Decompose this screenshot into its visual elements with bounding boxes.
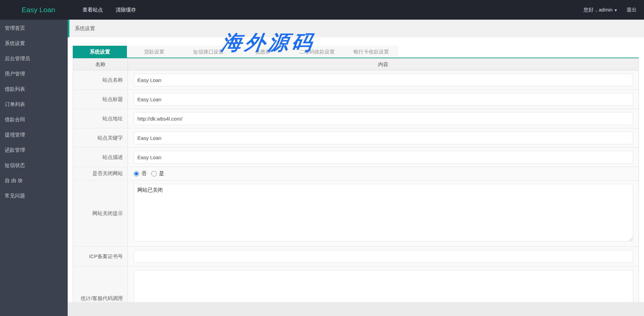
main-content: 系统设置 系统设置贷款设置短信接口设置优惠券二维码收款设置银行卡收款设置 名称 … <box>68 20 644 316</box>
sidebar-item-12[interactable]: 常见问题 <box>0 188 68 203</box>
settings-tabs: 系统设置贷款设置短信接口设置优惠券二维码收款设置银行卡收款设置 <box>73 46 398 58</box>
sidebar-item-11[interactable]: 自 由 块 <box>0 173 68 188</box>
row-label: ICP备案证书号 <box>73 247 128 266</box>
topmenu-item-1[interactable]: 查看站点 <box>83 0 103 20</box>
sidebar-item-7[interactable]: 借款合同 <box>0 112 68 127</box>
text-input[interactable] <box>134 250 633 263</box>
row-label: 站点描述 <box>73 148 128 167</box>
column-header-content: 内容 <box>128 58 639 70</box>
table-row: 网站关闭提示 <box>73 181 639 247</box>
logout-button[interactable]: 退出 <box>626 7 637 13</box>
sidebar-item-9[interactable]: 还款管理 <box>0 142 68 157</box>
topmenu-item-2[interactable]: 清除缓存 <box>116 0 136 20</box>
text-input[interactable] <box>134 131 633 144</box>
table-row: 站点关键字 <box>73 128 639 148</box>
user-dropdown[interactable]: 您好，admin▼ <box>583 7 618 13</box>
breadcrumb-title: 系统设置 <box>75 20 95 37</box>
table-row: 站点名称 <box>73 70 639 90</box>
settings-table: 名称 内容 站点名称站点标题站点地址站点关键字站点描述是否关闭网站否是网站关闭提… <box>73 58 639 316</box>
top-navbar: Easy Loan 查看站点清除缓存 您好，admin▼ 退出 <box>0 0 644 20</box>
row-label: 站点标题 <box>73 90 128 109</box>
top-menu: 查看站点清除缓存 <box>83 0 136 20</box>
user-greeting: 您好，admin <box>583 7 613 13</box>
textarea-wrap <box>134 184 633 241</box>
row-content-cell: 否是 <box>128 167 639 180</box>
row-content-cell <box>128 90 639 109</box>
tab-2[interactable]: 贷款设置 <box>127 46 181 58</box>
table-row: ICP备案证书号 <box>73 247 639 267</box>
row-label: 站点地址 <box>73 109 128 128</box>
radio-option-否[interactable] <box>134 171 139 176</box>
text-input[interactable] <box>134 93 633 106</box>
row-content-cell <box>128 181 639 246</box>
radio-option-是[interactable] <box>151 171 157 176</box>
sidebar-item-2[interactable]: 系统设置 <box>0 36 68 51</box>
row-content-cell <box>128 128 639 147</box>
sidebar-item-3[interactable]: 后台管理员 <box>0 51 68 66</box>
chevron-down-icon: ▼ <box>614 8 618 12</box>
admin-app: Easy Loan 查看站点清除缓存 您好，admin▼ 退出 管理首页系统设置… <box>0 0 644 316</box>
sidebar-item-10[interactable]: 短信状态 <box>0 157 68 173</box>
tab-5[interactable]: 二维码收款设置 <box>290 46 344 58</box>
table-body: 站点名称站点标题站点地址站点关键字站点描述是否关闭网站否是网站关闭提示ICP备案… <box>73 70 639 316</box>
table-row: 站点标题 <box>73 90 639 109</box>
sidebar-item-4[interactable]: 用户管理 <box>0 66 68 81</box>
tab-1[interactable]: 系统设置 <box>73 46 127 58</box>
text-input[interactable] <box>134 151 633 164</box>
row-content-cell <box>128 109 639 128</box>
table-row: 是否关闭网站否是 <box>73 167 639 181</box>
tab-4[interactable]: 优惠券 <box>236 46 290 58</box>
breadcrumb: 系统设置 <box>68 20 644 37</box>
sidebar-menu: 管理首页系统设置后台管理员用户管理借款列表订单列表借款合同提现管理还款管理短信状… <box>0 20 68 203</box>
radio-label: 否 <box>141 170 147 177</box>
top-right-area: 您好，admin▼ 退出 <box>583 0 637 20</box>
close-site-radio-group: 否是 <box>134 170 168 177</box>
resize-grip-icon[interactable] <box>629 237 632 241</box>
radio-label: 是 <box>159 170 164 177</box>
bottom-gray-strip <box>68 302 644 316</box>
row-content-cell <box>128 148 639 167</box>
row-content-cell <box>128 70 639 89</box>
sidebar: 管理首页系统设置后台管理员用户管理借款列表订单列表借款合同提现管理还款管理短信状… <box>0 20 68 316</box>
column-header-name: 名称 <box>73 58 128 70</box>
text-input[interactable] <box>134 73 633 86</box>
table-row: 站点地址 <box>73 109 639 128</box>
tab-6[interactable]: 银行卡收款设置 <box>344 46 398 58</box>
tab-3[interactable]: 短信接口设置 <box>181 46 236 58</box>
sidebar-item-1[interactable]: 管理首页 <box>0 20 68 36</box>
row-label: 站点关键字 <box>73 128 128 147</box>
sidebar-item-8[interactable]: 提现管理 <box>0 127 68 142</box>
sidebar-item-6[interactable]: 订单列表 <box>0 97 68 112</box>
table-header-row: 名称 内容 <box>73 58 639 70</box>
row-label: 网站关闭提示 <box>73 181 128 246</box>
table-row: 站点描述 <box>73 148 639 167</box>
app-logo: Easy Loan <box>22 0 55 20</box>
text-area[interactable] <box>134 184 633 241</box>
sidebar-item-5[interactable]: 借款列表 <box>0 81 68 97</box>
text-input[interactable] <box>134 112 633 125</box>
row-label: 是否关闭网站 <box>73 167 128 180</box>
row-content-cell <box>128 247 639 266</box>
row-label: 站点名称 <box>73 70 128 89</box>
